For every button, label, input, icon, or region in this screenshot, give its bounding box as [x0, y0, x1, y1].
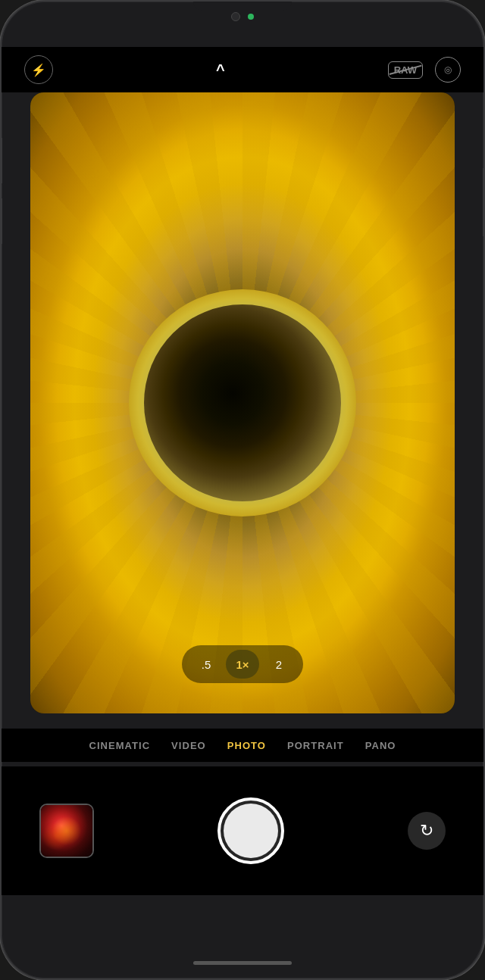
shutter-button[interactable] [217, 797, 284, 864]
zoom-1x-button[interactable]: 1× [226, 650, 259, 679]
camera-notch [231, 12, 254, 21]
photo-thumbnail[interactable] [39, 804, 94, 858]
front-camera [231, 12, 240, 21]
flash-icon: ⚡ [31, 63, 46, 77]
top-bar-center: ^ [216, 61, 225, 79]
volume-down-button[interactable] [0, 198, 2, 244]
zoom-0.5-button[interactable]: .5 [189, 650, 223, 679]
flip-camera-icon: ↻ [420, 821, 433, 841]
live-photo-icon: ◎ [444, 64, 452, 75]
home-indicator[interactable] [193, 961, 292, 965]
mode-portrait[interactable]: PORTRAIT [287, 740, 344, 751]
zoom-controls: .5 1× 2 [182, 645, 303, 683]
bottom-controls: ↻ [2, 766, 483, 895]
raw-toggle-button[interactable]: RAW [388, 61, 423, 79]
mode-video[interactable]: VIDEO [171, 740, 206, 751]
volume-up-button[interactable] [0, 138, 2, 183]
mode-pano[interactable]: PANO [365, 740, 396, 751]
top-bar-right: RAW ◎ [388, 57, 461, 83]
viewfinder[interactable]: .5 1× 2 [30, 92, 455, 713]
top-bar-left: ⚡ [24, 55, 53, 84]
flower-center [144, 304, 341, 501]
flash-button[interactable]: ⚡ [24, 55, 53, 84]
mode-selector: CINEMATIC VIDEO PHOTO PORTRAIT PANO [2, 729, 483, 762]
thumbnail-image [41, 805, 92, 857]
camera-preview [30, 92, 455, 713]
zoom-2x-button[interactable]: 2 [262, 650, 296, 679]
top-bar: ⚡ ^ RAW ◎ [2, 47, 483, 92]
mode-cinematic[interactable]: CINEMATIC [89, 740, 150, 751]
phone-frame: ⚡ ^ RAW ◎ .5 1× 2 [0, 0, 485, 980]
mode-photo[interactable]: PHOTO [227, 740, 266, 751]
flip-camera-button[interactable]: ↻ [408, 812, 446, 850]
shutter-inner [224, 804, 278, 858]
settings-chevron-button[interactable]: ^ [216, 61, 225, 79]
live-photo-button[interactable]: ◎ [435, 57, 461, 83]
status-light [248, 14, 254, 20]
